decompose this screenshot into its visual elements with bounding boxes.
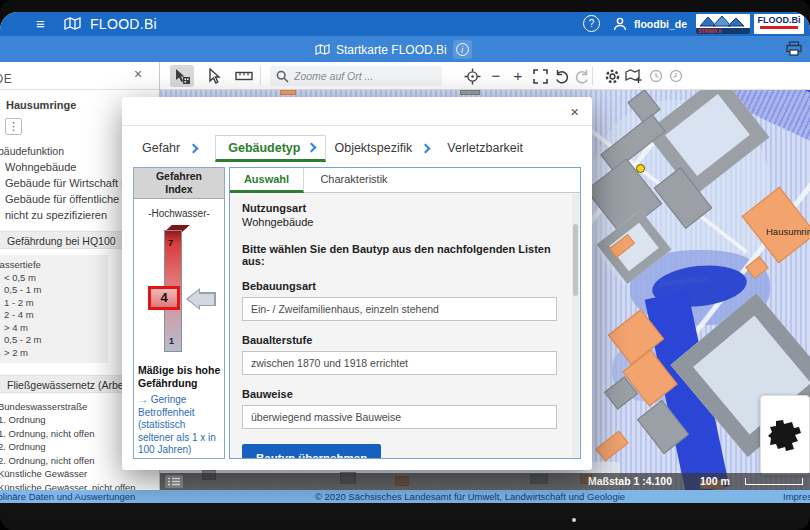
layer-kebab-icon[interactable]: ⋮	[5, 118, 22, 135]
username[interactable]: floodbi_de	[634, 18, 687, 30]
map-logo-icon	[64, 16, 81, 31]
instruction-text: Bitte wählen Sie den Bautyp aus den nach…	[242, 243, 568, 267]
depth-legend: Wassertiefe < 0,5 m 0,5 - 1 m 1 - 2 m 2 …	[0, 255, 108, 363]
legend-item: 2 - 4 m	[0, 309, 108, 320]
scrollbar-thumb[interactable]	[573, 224, 578, 296]
bebauungsart-select[interactable]: Ein- / Zweifamilienhaus, einzeln stehend	[242, 297, 557, 321]
scalebar-label: 100 m	[700, 475, 730, 487]
scale-max-label: 7	[168, 238, 173, 248]
hazard-note: → Geringe Betroffenheit (statistisch sel…	[138, 394, 222, 457]
apply-building-type-button[interactable]: Bautyp übernehmen	[242, 444, 381, 458]
legend-item: 1 - 2 m	[0, 297, 108, 308]
screen: ≡ FLOOD.Bi ? floodbi_de STRIMA II FLOOD.…	[0, 12, 810, 503]
location-search[interactable]	[270, 66, 442, 86]
fullscreen-button[interactable]	[528, 65, 552, 87]
field-bebauungsart: Bebauungsart Ein- / Zweifamilienhaus, ei…	[242, 280, 568, 321]
map-building-residential[interactable]	[595, 430, 628, 461]
app-title: FLOOD.Bi	[90, 16, 157, 32]
hazard-subtitle: -Hochwasser-	[134, 208, 224, 219]
selection-content: Nutzungsart Wohngebäude Bitte wählen Sie…	[230, 193, 580, 458]
hazard-index-panel: Gefahren Index -Hochwasser- 7 1 4	[133, 167, 225, 459]
history-forward-icon[interactable]	[664, 65, 688, 87]
map-statusbar: Maßstab 1 :4.100 100 m	[160, 473, 810, 490]
legend-item: < 0,5 m	[0, 272, 108, 283]
redo-button[interactable]	[570, 65, 594, 87]
usage-value: Wohngebäude	[242, 216, 568, 228]
step-objektspezifik[interactable]: Objektspezifik	[334, 141, 412, 155]
tab-auswahl[interactable]: Auswahl	[230, 168, 304, 193]
building-footprint-card[interactable]	[760, 395, 810, 475]
legend-item: > 2 m	[0, 347, 108, 358]
bauweise-select[interactable]: überwiegend massive Bauweise	[242, 405, 557, 429]
hazard-arrow-icon	[186, 288, 220, 310]
map-building-residential[interactable]	[280, 90, 296, 95]
sidebar-close-icon[interactable]: ×	[134, 66, 142, 82]
step-gefahr[interactable]: Gefahr	[142, 141, 180, 155]
selected-building-marker[interactable]	[636, 164, 645, 173]
hazard-scale-bar: 7 1 4	[134, 224, 224, 360]
footer-copyright: © 2020 Sächsisches Landesamt für Umwelt,…	[315, 490, 625, 503]
tab-charakteristik[interactable]: Charakteristik	[304, 168, 404, 193]
chevron-right-icon	[421, 143, 431, 153]
hazard-value: 4	[148, 286, 180, 310]
zoom-in-button[interactable]: +	[506, 65, 530, 87]
map-title: Startkarte FLOOD.Bi	[336, 43, 447, 57]
dialog-divider	[122, 125, 592, 126]
measure-tool[interactable]	[232, 65, 256, 87]
scalebar	[745, 478, 803, 485]
chevron-right-icon	[307, 143, 317, 153]
map-label-hausumringe: Hausumringe	[766, 226, 810, 237]
usage-label: Nutzungsart	[242, 202, 568, 214]
settings-gear-icon[interactable]	[600, 65, 624, 87]
chevron-right-icon	[189, 143, 199, 153]
toolbar-separator	[592, 67, 593, 85]
panel-scrollbar[interactable]	[572, 194, 579, 457]
building-type-dialog: × Gefahr Gebäudetyp Objektspezifik Verle…	[122, 97, 592, 470]
map-title-bar: Startkarte FLOOD.Bi i	[0, 36, 810, 62]
hamburger-menu-icon[interactable]: ≡	[36, 15, 45, 32]
toolbar-separator	[260, 67, 261, 85]
depth-legend-title: Wassertiefe	[0, 259, 108, 270]
locate-tool[interactable]	[460, 65, 484, 87]
map-building[interactable]	[460, 90, 480, 95]
app-header: ≡ FLOOD.Bi ? floodbi_de STRIMA II FLOOD.…	[0, 12, 810, 36]
power-led	[572, 518, 576, 522]
legend-item: Künstliche Gewässer, nicht offen	[0, 482, 159, 490]
scale-text: Maßstab 1 :4.100	[588, 475, 672, 487]
pointer-tool[interactable]	[202, 65, 226, 87]
field-label: Bebauungsart	[242, 280, 568, 292]
field-baualterstufe: Baualterstufe zwischen 1870 und 1918 err…	[242, 334, 568, 375]
footer-bar: interdisziplinäre Daten und Auswertungen…	[0, 490, 810, 503]
map-toolbar: GEBÄUDE × − +	[0, 62, 810, 90]
footer-app-suite: interdisziplinäre Daten und Auswertungen	[0, 490, 220, 503]
user-icon[interactable]	[612, 16, 628, 32]
selection-panel: Auswahl Charakteristik Nutzungsart Wohng…	[229, 167, 581, 459]
sidebar-header: GEBÄUDE ×	[0, 62, 160, 90]
impressum-link[interactable]: Impressum	[783, 490, 810, 503]
hazard-rating: Mäßige bis hohe Gefährdung	[138, 364, 222, 390]
legend-item: Künstliche Gewässer	[0, 468, 159, 479]
baualterstufe-select[interactable]: zwischen 1870 und 1918 errichtet	[242, 351, 557, 375]
help-icon[interactable]: ?	[583, 15, 600, 32]
search-input[interactable]	[294, 70, 424, 82]
legend-toggle-icon[interactable]	[165, 475, 183, 488]
field-label: Bauweise	[242, 388, 568, 400]
panel-tabs: Auswahl Charakteristik	[230, 168, 580, 193]
search-icon	[276, 70, 289, 83]
zoom-out-button[interactable]: −	[484, 65, 508, 87]
info-icon[interactable]: i	[453, 40, 472, 59]
field-bauweise: Bauweise überwiegend massive Bauweise	[242, 388, 568, 429]
select-building-tool[interactable]	[170, 65, 194, 87]
dialog-close-icon[interactable]: ×	[570, 103, 579, 120]
field-label: Baualterstufe	[242, 334, 568, 346]
strima-logo: STRIMA II	[696, 14, 750, 34]
step-gebaeudetyp[interactable]: Gebäudetyp	[215, 135, 326, 162]
monitor-bezel: ≡ FLOOD.Bi ? floodbi_de STRIMA II FLOOD.…	[0, 0, 810, 530]
print-icon[interactable]	[786, 41, 802, 56]
floodbi-logo: FLOOD.Bi	[754, 14, 804, 34]
legend-item: > 4 m	[0, 322, 108, 333]
step-verletzbarkeit[interactable]: Verletzbarkeit	[447, 141, 523, 155]
map-edit-tool[interactable]	[622, 65, 646, 87]
scale-min-label: 1	[169, 336, 174, 346]
wizard-steps: Gefahr Gebäudetyp Objektspezifik Verletz…	[142, 133, 523, 163]
